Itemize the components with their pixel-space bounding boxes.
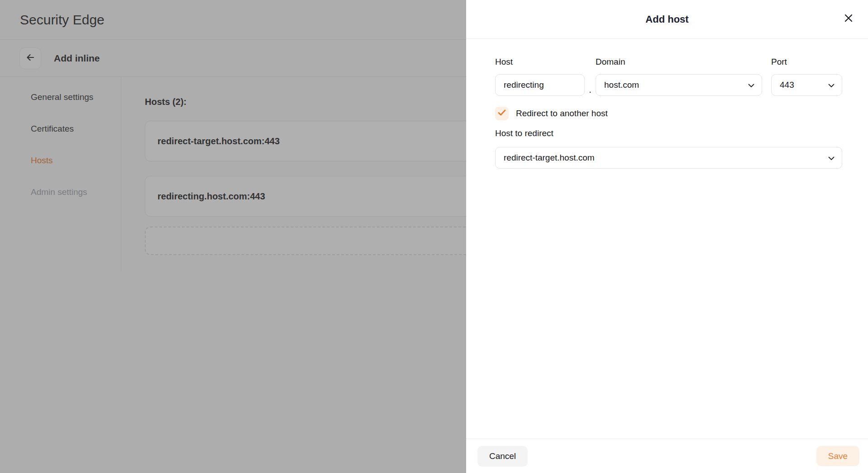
modal-title: Add host [645,14,688,25]
chevron-down-icon [828,153,835,163]
port-select[interactable]: 443 [771,74,842,96]
modal-body: Host Domain Port . host.com 443 [466,39,868,439]
host-to-redirect-label: Host to redirect [495,128,842,139]
host-field-label: Host [495,56,585,68]
host-domain-separator: . [589,85,591,96]
close-button[interactable] [841,11,856,27]
modal-footer: Cancel Save [466,439,868,473]
domain-field-label: Domain [596,56,762,68]
chevron-down-icon [828,80,835,90]
host-input[interactable] [495,74,585,96]
chevron-down-icon [748,80,754,90]
save-button[interactable]: Save [816,446,859,466]
redirect-checkbox-label: Redirect to another host [516,109,608,118]
redirect-checkbox[interactable] [495,107,509,120]
domain-select[interactable]: host.com [596,74,762,96]
check-icon [498,109,506,118]
cancel-button[interactable]: Cancel [477,446,528,467]
redirect-checkbox-row: Redirect to another host [495,107,842,120]
host-to-redirect-select[interactable]: redirect-target.host.com [495,147,842,169]
close-icon [843,13,854,25]
port-field-label: Port [771,56,842,68]
host-fields-row: Host Domain Port . host.com 443 [495,56,842,96]
host-to-redirect-value: redirect-target.host.com [504,153,595,163]
add-host-modal: Add host Host Domain Port . host.com 443 [466,0,868,473]
modal-header: Add host [466,0,868,39]
domain-select-value: host.com [604,80,639,90]
port-select-value: 443 [780,80,794,90]
